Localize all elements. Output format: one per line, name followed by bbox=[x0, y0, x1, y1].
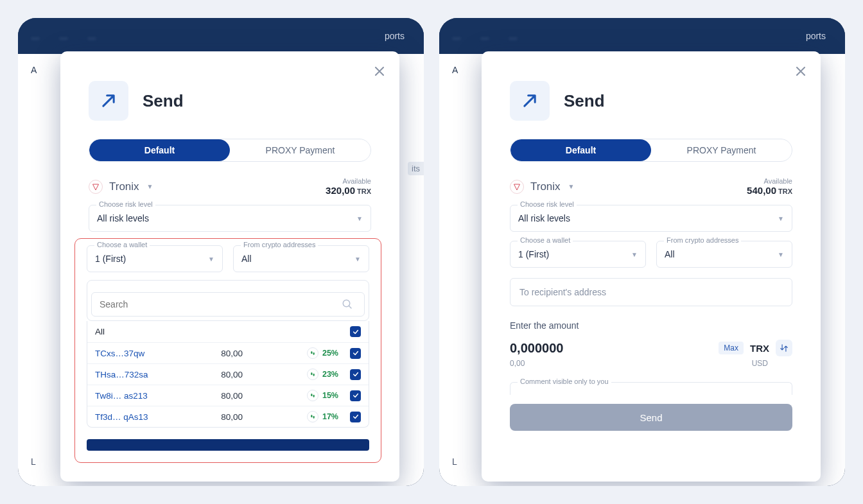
address-checkbox[interactable] bbox=[350, 348, 361, 359]
tab-proxy[interactable]: PROXY Payment bbox=[651, 139, 792, 161]
chevron-down-icon: ▼ bbox=[631, 251, 638, 258]
risk-level-select[interactable]: All risk levels ▼ bbox=[510, 205, 792, 232]
available-amount: 540,00 bbox=[747, 185, 776, 196]
chevron-down-icon: ▼ bbox=[354, 256, 361, 263]
bg-sidetag: its bbox=[408, 162, 424, 175]
comment-label: Comment visible only to you bbox=[518, 378, 611, 385]
recipient-address-input[interactable]: To recipient's address bbox=[510, 278, 792, 306]
currency-selector[interactable]: Tronix ▼ bbox=[510, 180, 575, 194]
svg-point-4 bbox=[313, 374, 315, 376]
wallet-label: Choose a wallet bbox=[94, 241, 150, 248]
address-link[interactable]: Tw8i… as213 bbox=[95, 391, 191, 401]
footprint-icon bbox=[307, 369, 318, 380]
send-modal-left: Send Default PROXY Payment Tronix ▼ Avai… bbox=[60, 51, 399, 482]
svg-point-6 bbox=[313, 395, 315, 397]
footprint-icon bbox=[307, 390, 318, 401]
address-selection-highlight: Choose a wallet 1 (First) ▼ From crypto … bbox=[74, 238, 381, 463]
currency-selector[interactable]: Tronix ▼ bbox=[89, 180, 153, 194]
recipient-placeholder: To recipient's address bbox=[519, 287, 606, 297]
svg-point-1 bbox=[311, 351, 313, 354]
address-row: All bbox=[87, 321, 369, 342]
available-symbol: TRX bbox=[778, 187, 792, 195]
address-row: THsa…732sa80,0023% bbox=[87, 363, 369, 385]
wallet-value: 1 (First) bbox=[95, 254, 126, 264]
topbar-link-exports[interactable]: ports bbox=[385, 31, 411, 41]
search-input[interactable] bbox=[91, 292, 365, 317]
wallet-select[interactable]: 1 (First) ▼ bbox=[87, 245, 223, 272]
amount-currency: TRX bbox=[750, 343, 769, 354]
from-address-select[interactable]: All ▼ bbox=[233, 245, 369, 272]
address-link: All bbox=[95, 327, 191, 336]
chevron-down-icon: ▼ bbox=[778, 215, 784, 222]
bg-letter: L bbox=[452, 456, 457, 467]
available-symbol: TRX bbox=[357, 187, 371, 195]
close-icon[interactable] bbox=[792, 63, 809, 80]
payment-mode-tabs: Default PROXY Payment bbox=[89, 139, 371, 162]
svg-point-2 bbox=[313, 352, 315, 355]
tab-default[interactable]: Default bbox=[510, 139, 651, 161]
from-address-select[interactable]: All ▼ bbox=[656, 241, 792, 268]
chevron-down-icon: ▼ bbox=[208, 256, 214, 263]
from-label: From crypto addresses bbox=[664, 236, 741, 244]
topbar: ……… ports bbox=[439, 18, 845, 54]
risk-level-select[interactable]: All risk levels ▼ bbox=[89, 205, 371, 232]
address-checkbox[interactable] bbox=[350, 412, 361, 422]
address-row: TCxs…37qw80,0025% bbox=[87, 342, 369, 363]
chevron-down-icon: ▼ bbox=[778, 251, 784, 258]
modal-title: Send bbox=[564, 91, 605, 111]
wallet-value: 1 (First) bbox=[518, 249, 549, 259]
address-amount: 80,00 bbox=[191, 391, 243, 401]
currency-name: Tronix bbox=[530, 180, 561, 193]
address-link[interactable]: THsa…732sa bbox=[95, 370, 191, 379]
topbar-link-exports[interactable]: ports bbox=[806, 31, 832, 41]
from-value: All bbox=[241, 254, 252, 264]
enter-amount-label: Enter the amount bbox=[510, 320, 792, 331]
send-button[interactable]: Send bbox=[510, 404, 792, 431]
svg-point-5 bbox=[311, 394, 313, 396]
send-modal-right: Send Default PROXY Payment Tronix ▼ Avai… bbox=[482, 51, 821, 482]
footprint-icon bbox=[307, 347, 318, 359]
swap-currency-icon[interactable] bbox=[776, 340, 792, 356]
sub-amount: 0,00 bbox=[510, 359, 525, 368]
address-percent: 15% bbox=[307, 390, 338, 401]
available-block: Available 320,00TRX bbox=[326, 177, 371, 196]
footprint-icon bbox=[307, 411, 318, 422]
amount-input[interactable]: 0,000000 bbox=[510, 341, 563, 356]
tab-default[interactable]: Default bbox=[89, 139, 230, 161]
sub-currency: USD bbox=[752, 359, 768, 368]
risk-value: All risk levels bbox=[518, 213, 570, 223]
app-window-left: ……… ports A its L Send Default PROXY Pay… bbox=[18, 18, 424, 486]
currency-name: Tronix bbox=[109, 180, 139, 193]
search-icon bbox=[342, 299, 353, 310]
address-percent: 17% bbox=[307, 411, 338, 422]
bg-tab: A bbox=[31, 65, 37, 75]
address-checkbox[interactable] bbox=[350, 326, 361, 337]
tab-proxy[interactable]: PROXY Payment bbox=[230, 139, 370, 161]
address-link[interactable]: TCxs…37qw bbox=[95, 349, 191, 358]
from-value: All bbox=[665, 249, 675, 259]
confirm-bar[interactable] bbox=[87, 439, 369, 451]
address-checkbox[interactable] bbox=[350, 369, 361, 380]
available-label: Available bbox=[747, 177, 792, 185]
chevron-down-icon: ▼ bbox=[356, 215, 363, 222]
close-icon[interactable] bbox=[371, 63, 388, 80]
tronix-icon bbox=[510, 180, 524, 194]
modal-title: Send bbox=[143, 91, 184, 111]
address-checkbox[interactable] bbox=[350, 390, 361, 401]
app-window-right: ……… ports A L Send Default PROXY Payment bbox=[439, 18, 845, 486]
risk-value: All risk levels bbox=[97, 213, 149, 223]
bg-letter: L bbox=[31, 456, 36, 467]
chevron-down-icon: ▼ bbox=[568, 183, 575, 190]
tronix-icon bbox=[89, 180, 103, 194]
address-link[interactable]: Tf3d… qAs13 bbox=[95, 412, 191, 422]
max-button[interactable]: Max bbox=[719, 342, 744, 354]
address-row: Tf3d… qAs1380,0017% bbox=[87, 406, 369, 427]
risk-label: Choose risk level bbox=[518, 200, 577, 208]
address-amount: 80,00 bbox=[191, 370, 243, 379]
address-percent: 25% bbox=[307, 347, 338, 359]
wallet-label: Choose a wallet bbox=[518, 236, 573, 244]
from-label: From crypto addresses bbox=[241, 241, 318, 248]
address-list: AllTCxs…37qw80,0025%THsa…732sa80,0023%Tw… bbox=[87, 321, 369, 428]
address-amount: 80,00 bbox=[191, 349, 243, 358]
wallet-select[interactable]: 1 (First) ▼ bbox=[510, 241, 646, 268]
